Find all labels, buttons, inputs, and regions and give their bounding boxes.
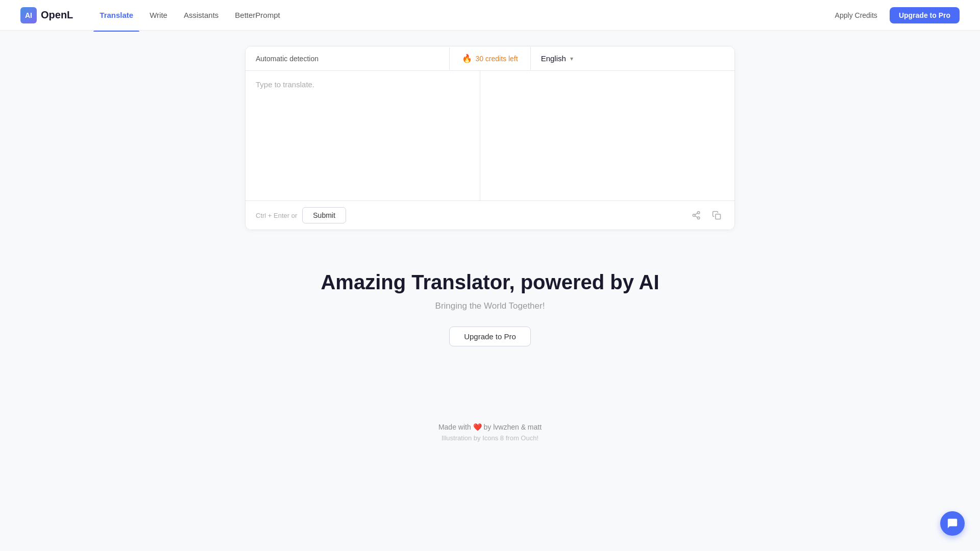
nav-link-betterprompt[interactable]: BetterPrompt: [229, 8, 286, 22]
page-footer: Made with ❤️ by lvwzhen & matt Illustrat…: [0, 392, 980, 462]
apply-credits-button[interactable]: Apply Credits: [831, 8, 881, 22]
target-language-selector[interactable]: English ▾: [530, 47, 734, 70]
main-content: Automatic detection 🔥 30 credits left En…: [235, 31, 745, 392]
navbar-left: AI OpenL Translate Write Assistants Bett…: [20, 7, 831, 23]
nav-link-translate[interactable]: Translate: [93, 8, 139, 22]
output-area: [480, 71, 735, 201]
footer-right: [689, 208, 724, 223]
translate-input[interactable]: [246, 71, 480, 198]
language-dropdown[interactable]: English ▾: [541, 54, 573, 63]
share-icon: [692, 211, 701, 220]
navbar-right: Apply Credits Upgrade to Pro: [831, 7, 960, 23]
hero-section: Amazing Translator, powered by AI Bringi…: [245, 230, 735, 377]
share-button[interactable]: [689, 208, 704, 223]
hero-title: Amazing Translator, powered by AI: [255, 271, 725, 294]
svg-line-4: [695, 213, 697, 215]
translator-container: Automatic detection 🔥 30 credits left En…: [245, 46, 735, 230]
credits-text: 30 credits left: [475, 55, 518, 63]
hero-subtitle: Bringing the World Together!: [255, 301, 725, 311]
footer-illustration: Illustration by Icons 8 from Ouch!: [10, 434, 970, 442]
chevron-down-icon: ▾: [570, 55, 573, 62]
nav-link-write[interactable]: Write: [143, 8, 174, 22]
chat-bubble-button[interactable]: [940, 511, 965, 536]
navbar: AI OpenL Translate Write Assistants Bett…: [0, 0, 980, 31]
nav-link-assistants[interactable]: Assistants: [178, 8, 225, 22]
submit-button[interactable]: Submit: [302, 207, 346, 223]
source-language-label: Automatic detection: [246, 47, 450, 70]
translator-body: [246, 71, 734, 201]
translator-footer: Ctrl + Enter or Submit: [246, 201, 734, 230]
credits-indicator: 🔥 30 credits left: [450, 46, 530, 70]
target-language-label: English: [541, 54, 566, 63]
logo[interactable]: AI OpenL: [20, 7, 73, 23]
heart-icon: ❤️: [473, 423, 484, 431]
svg-line-3: [695, 216, 697, 217]
chat-icon: [947, 518, 958, 529]
copy-button[interactable]: [709, 208, 724, 223]
input-area: [246, 71, 480, 201]
logo-abbr: AI: [25, 11, 32, 19]
footer-made-with: Made with ❤️ by lvwzhen & matt: [10, 423, 970, 431]
translator-header: Automatic detection 🔥 30 credits left En…: [246, 46, 734, 71]
shortcut-hint: Ctrl + Enter or: [256, 212, 297, 219]
upgrade-to-pro-button[interactable]: Upgrade to Pro: [890, 7, 960, 23]
svg-rect-5: [716, 214, 721, 219]
fire-icon: 🔥: [462, 54, 472, 63]
footer-left: Ctrl + Enter or Submit: [256, 207, 689, 223]
copy-icon: [712, 211, 721, 220]
logo-text: OpenL: [41, 9, 73, 21]
nav-links: Translate Write Assistants BetterPrompt: [93, 8, 286, 22]
logo-icon: AI: [20, 7, 37, 23]
hero-upgrade-button[interactable]: Upgrade to Pro: [449, 327, 531, 346]
